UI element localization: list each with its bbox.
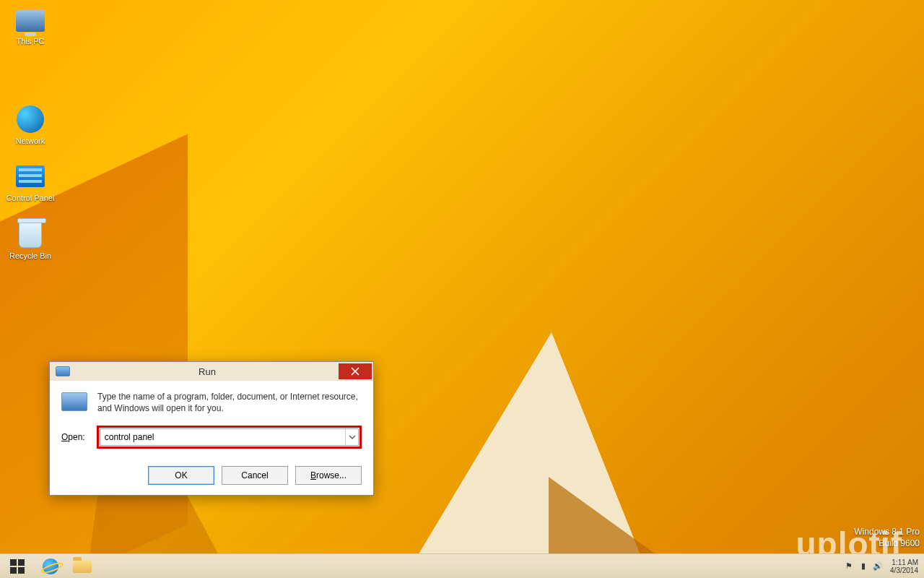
desktop-icons-column: This PC Network Control Panel Recycle Bi…: [4, 4, 62, 277]
network-icon: [17, 105, 44, 133]
start-button[interactable]: [0, 554, 35, 579]
clock-time: 1:11 AM: [890, 558, 918, 566]
tray-volume-icon[interactable]: 🔊: [873, 561, 883, 571]
run-icon: [56, 366, 70, 376]
desktop-icon-network[interactable]: Network: [4, 104, 56, 146]
cancel-button[interactable]: Cancel: [222, 466, 288, 485]
clock-date: 4/3/2014: [890, 566, 918, 574]
taskbar-clock[interactable]: 1:11 AM 4/3/2014: [890, 558, 918, 574]
taskbar: ⚑ ▮ 🔊 1:11 AM 4/3/2014: [0, 553, 924, 578]
taskbar-app-file-explorer[interactable]: [66, 554, 98, 579]
winver-line: Build 9600: [854, 538, 920, 549]
open-field-highlight: [97, 426, 362, 449]
ok-button[interactable]: OK: [148, 466, 214, 485]
close-button[interactable]: [339, 363, 372, 379]
control-panel-icon: [16, 165, 45, 187]
open-input[interactable]: [100, 429, 345, 445]
browse-button[interactable]: Browse...: [295, 466, 362, 485]
file-explorer-icon: [73, 560, 92, 573]
recycle-bin-icon: [19, 220, 42, 248]
desktop-icon-this-pc[interactable]: This PC: [4, 4, 56, 46]
run-dialog-title: Run: [76, 366, 339, 377]
close-icon: [351, 367, 359, 376]
desktop-icon-label: Control Panel: [4, 194, 56, 203]
run-dialog-description: Type the name of a program, folder, docu…: [97, 391, 362, 414]
run-dialog-titlebar[interactable]: Run: [50, 362, 373, 381]
desktop-icon-label: Network: [4, 137, 56, 146]
tray-network-icon[interactable]: ▮: [858, 561, 868, 571]
desktop-icon-recycle-bin[interactable]: Recycle Bin: [4, 219, 56, 261]
desktop-icon-label: Recycle Bin: [4, 251, 56, 261]
windows-logo-icon: [10, 559, 25, 574]
windows-version-watermark: Windows 8.1 Pro Build 9600: [854, 526, 920, 549]
run-dialog: Run Type the name of a program, folder, …: [49, 361, 374, 496]
winver-line: Windows 8.1 Pro: [854, 526, 920, 538]
desktop-icon-control-panel[interactable]: Control Panel: [4, 161, 56, 203]
tray-flag-icon[interactable]: ⚑: [844, 561, 854, 571]
system-tray: ⚑ ▮ 🔊 1:11 AM 4/3/2014: [844, 558, 924, 574]
chevron-down-icon: [349, 435, 356, 439]
open-combobox[interactable]: [100, 428, 359, 446]
internet-explorer-icon: [43, 558, 58, 574]
computer-icon: [16, 10, 45, 32]
dropdown-button[interactable]: [345, 429, 358, 445]
open-label: Open:: [61, 432, 85, 442]
taskbar-app-internet-explorer[interactable]: [35, 554, 66, 579]
run-program-icon: [61, 392, 87, 411]
desktop-icon-label: This PC: [4, 37, 56, 46]
